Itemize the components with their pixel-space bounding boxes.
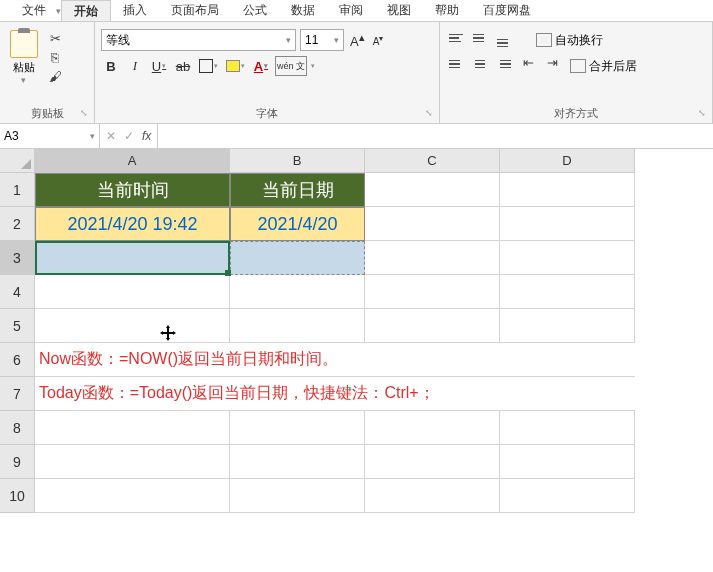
border-button[interactable]: ▾ — [197, 56, 220, 76]
row-header[interactable]: 7 — [0, 377, 35, 411]
align-top-button[interactable] — [446, 29, 466, 47]
tab-layout[interactable]: 页面布局 — [159, 0, 231, 21]
cell[interactable]: 当前时间 — [35, 173, 230, 207]
format-painter-icon[interactable]: 🖌 — [46, 69, 64, 85]
tab-home[interactable]: 开始 — [61, 0, 111, 21]
fill-color-button[interactable]: ▾ — [224, 56, 247, 76]
paste-button[interactable]: 粘贴 ▾ — [6, 26, 42, 85]
cell[interactable] — [35, 445, 230, 479]
row-header[interactable]: 2 — [0, 207, 35, 241]
cell[interactable] — [365, 173, 500, 207]
tab-baidu[interactable]: 百度网盘 — [471, 0, 543, 21]
cell[interactable]: Today函数：=Today()返回当前日期，快捷键法：Ctrl+； — [35, 377, 635, 411]
decrease-font-icon[interactable]: A▾ — [371, 33, 386, 47]
name-box[interactable]: A3▾ — [0, 124, 100, 148]
font-color-button[interactable]: A▾ — [251, 56, 271, 76]
increase-indent-button[interactable]: ⇥ — [542, 55, 562, 77]
tab-data[interactable]: 数据 — [279, 0, 327, 21]
cell[interactable] — [500, 275, 635, 309]
cancel-icon[interactable]: ✕ — [106, 129, 116, 143]
cell[interactable] — [500, 207, 635, 241]
col-header[interactable]: B — [230, 149, 365, 173]
phonetic-button[interactable]: wén 文 — [275, 56, 307, 76]
cell[interactable] — [230, 241, 365, 275]
cell[interactable] — [500, 173, 635, 207]
row-header[interactable]: 8 — [0, 411, 35, 445]
decrease-indent-button[interactable]: ⇤ — [518, 55, 538, 77]
align-left-button[interactable] — [446, 55, 466, 73]
cell[interactable] — [230, 309, 365, 343]
font-size-select[interactable]: 11▾ — [300, 29, 344, 51]
cell[interactable]: 2021/4/20 19:42 — [35, 207, 230, 241]
cell[interactable] — [35, 309, 230, 343]
cell[interactable] — [230, 479, 365, 513]
increase-font-icon[interactable]: A▴ — [348, 31, 367, 49]
fx-icon[interactable]: fx — [142, 129, 151, 143]
col-header[interactable]: C — [365, 149, 500, 173]
tab-help[interactable]: 帮助 — [423, 0, 471, 21]
dialog-launcher-icon[interactable]: ⤡ — [425, 105, 433, 121]
cell[interactable] — [365, 309, 500, 343]
row-header[interactable]: 6 — [0, 343, 35, 377]
cell-selected[interactable] — [35, 241, 230, 275]
cell[interactable]: Now函数：=NOW()返回当前日期和时间。 — [35, 343, 635, 377]
wrap-text-button[interactable]: 自动换行 — [532, 29, 607, 51]
align-bottom-button[interactable] — [494, 29, 514, 47]
row-header[interactable]: 10 — [0, 479, 35, 513]
cell[interactable] — [500, 479, 635, 513]
font-name-select[interactable]: 等线▾ — [101, 29, 296, 51]
tab-view[interactable]: 视图 — [375, 0, 423, 21]
row-header[interactable]: 3 — [0, 241, 35, 275]
wrap-icon — [536, 33, 552, 47]
tab-insert[interactable]: 插入 — [111, 0, 159, 21]
strike-button[interactable]: ab — [173, 56, 193, 76]
cell[interactable] — [230, 275, 365, 309]
cell[interactable] — [35, 411, 230, 445]
tab-formula[interactable]: 公式 — [231, 0, 279, 21]
bold-button[interactable]: B — [101, 56, 121, 76]
cell[interactable] — [365, 275, 500, 309]
italic-button[interactable]: I — [125, 56, 145, 76]
spreadsheet-grid: 1 2 3 4 5 6 7 8 9 10 A B C D 当前时间 当前日期 — [0, 149, 713, 572]
merge-cells-button[interactable]: 合并后居 — [566, 55, 641, 77]
cell[interactable] — [35, 479, 230, 513]
fx-controls: ✕ ✓ fx — [100, 124, 158, 148]
underline-button[interactable]: U▾ — [149, 56, 169, 76]
cell[interactable]: 2021/4/20 — [230, 207, 365, 241]
formula-input[interactable] — [158, 124, 713, 148]
cell[interactable] — [365, 479, 500, 513]
dialog-launcher-icon[interactable]: ⤡ — [698, 105, 706, 121]
cell[interactable] — [365, 445, 500, 479]
tab-review[interactable]: 审阅 — [327, 0, 375, 21]
cell[interactable] — [35, 275, 230, 309]
cell[interactable] — [365, 207, 500, 241]
group-alignment: 自动换行 ⇤ ⇥ 合并后居 对齐方式⤡ — [440, 22, 713, 123]
tab-file[interactable]: 文件 — [10, 0, 58, 21]
row-header[interactable]: 9 — [0, 445, 35, 479]
col-header[interactable]: D — [500, 149, 635, 173]
align-middle-button[interactable] — [470, 29, 490, 47]
dialog-launcher-icon[interactable]: ⤡ — [80, 105, 88, 121]
cell[interactable]: 当前日期 — [230, 173, 365, 207]
align-center-button[interactable] — [470, 55, 490, 73]
cell[interactable] — [500, 445, 635, 479]
select-all-corner[interactable] — [0, 149, 35, 173]
row-header[interactable]: 5 — [0, 309, 35, 343]
cell[interactable] — [500, 411, 635, 445]
cell[interactable] — [365, 411, 500, 445]
cell[interactable] — [365, 241, 500, 275]
copy-icon[interactable]: ⎘ — [46, 50, 64, 66]
cell[interactable] — [500, 309, 635, 343]
row-header[interactable]: 4 — [0, 275, 35, 309]
row-header[interactable]: 1 — [0, 173, 35, 207]
cell[interactable] — [230, 411, 365, 445]
cell[interactable] — [500, 241, 635, 275]
col-header[interactable]: A — [35, 149, 230, 173]
cells-area[interactable]: 当前时间 当前日期 2021/4/20 19:42 2021/4/20 Now函… — [35, 173, 635, 513]
align-right-button[interactable] — [494, 55, 514, 73]
enter-icon[interactable]: ✓ — [124, 129, 134, 143]
cut-icon[interactable]: ✂ — [46, 31, 64, 47]
cell[interactable] — [230, 445, 365, 479]
merge-icon — [570, 59, 586, 73]
group-label-clipboard: 剪贴板⤡ — [6, 105, 88, 121]
